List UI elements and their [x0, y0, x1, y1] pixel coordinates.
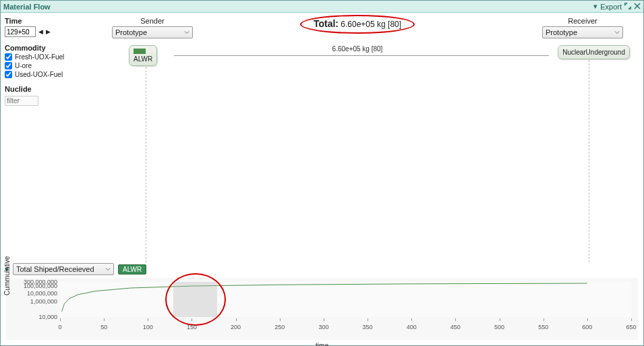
- commodity-item[interactable]: U-ore: [5, 62, 67, 69]
- receiver-group-select[interactable]: Prototype: [542, 26, 623, 38]
- chevron-down-icon: [184, 30, 189, 35]
- commodity-item[interactable]: Fresh-UOX-Fuel: [5, 53, 67, 61]
- chart-xtick: 450: [450, 324, 461, 330]
- sender-group-value: Prototype: [115, 28, 147, 36]
- commodity-label: Used-UOX-Fuel: [15, 71, 63, 78]
- metric-select-value: Total Shiped/Receieved: [16, 265, 94, 273]
- chart-xlabel: time: [316, 342, 328, 346]
- commodity-label: U-ore: [15, 62, 32, 69]
- chevron-down-icon: [614, 30, 620, 35]
- receiver-group-value: Prototype: [546, 28, 577, 36]
- chart-ytick: 10,000,000: [16, 290, 57, 297]
- time-next-icon[interactable]: ▶: [46, 28, 51, 35]
- commodity-checkbox[interactable]: [5, 62, 12, 69]
- chart-xtick: 400: [407, 324, 417, 330]
- node-quantity-bar: [134, 49, 146, 54]
- maximize-icon[interactable]: [624, 3, 631, 11]
- time-input[interactable]: [5, 26, 36, 37]
- export-button[interactable]: Export: [600, 3, 622, 11]
- receiver-axis-line: [589, 53, 589, 262]
- panel-title: Material Flow: [3, 3, 51, 11]
- sender-node[interactable]: ALWR: [129, 45, 157, 66]
- chart-xtick: 350: [363, 324, 373, 330]
- chart-xtick: 600: [582, 324, 592, 330]
- chart-plot-area[interactable]: [60, 282, 631, 317]
- sender-label: Sender: [140, 17, 164, 25]
- commodity-label: Fresh-UOX-Fuel: [15, 53, 64, 61]
- commodity-label: Commodity: [5, 44, 67, 52]
- nuclide-label: Nuclide: [5, 85, 67, 93]
- flow-edge[interactable]: [174, 55, 549, 56]
- nuclide-filter-input[interactable]: [5, 96, 38, 106]
- receiver-node[interactable]: NuclearUnderground: [558, 45, 630, 59]
- chart-series-line: [62, 283, 587, 312]
- chart-xtick: 500: [494, 324, 504, 330]
- total-value: 6.60e+05 kg [80]: [341, 20, 401, 29]
- chart-xtick: 550: [538, 324, 548, 330]
- sender-group-select[interactable]: Prototype: [112, 26, 193, 38]
- sender-axis-line: [146, 53, 146, 262]
- panel-titlebar: Material Flow ▾ Export: [1, 1, 643, 13]
- time-brush[interactable]: [173, 282, 217, 317]
- chart-xtick: 150: [187, 324, 197, 330]
- sidebar: Time ◀ ▶ Commodity Fresh-UOX-FuelU-oreUs…: [1, 13, 71, 262]
- time-prev-icon[interactable]: ◀: [38, 28, 43, 35]
- flow-total: Total: 6.60e+05 kg [80]: [314, 18, 401, 29]
- cumulative-chart[interactable]: Cummulative 10,0001,000,00010,000,000100…: [6, 278, 638, 340]
- close-icon[interactable]: [634, 3, 641, 11]
- timeline-panel: ▾ Total Shiped/Receieved ALWR Cummulativ…: [5, 263, 639, 343]
- collapse-icon[interactable]: ▾: [593, 2, 597, 11]
- chart-xtick: 100: [143, 324, 153, 330]
- time-label: Time: [5, 17, 67, 25]
- receiver-node-label: NuclearUnderground: [562, 49, 625, 56]
- metric-select[interactable]: Total Shiped/Receieved: [13, 263, 114, 275]
- commodity-item[interactable]: Used-UOX-Fuel: [5, 71, 67, 78]
- commodity-checkbox[interactable]: [5, 71, 12, 78]
- total-label: Total:: [314, 18, 339, 29]
- chart-xtick: 250: [274, 324, 285, 330]
- chart-ylabel: Cummulative: [3, 256, 11, 295]
- flow-canvas: Sender Prototype Total: 6.60e+05 kg [80]…: [71, 13, 643, 262]
- flow-edge-label: 6.60e+05 kg [80]: [332, 45, 383, 53]
- chart-xtick: 650: [626, 324, 636, 330]
- chart-xtick: 50: [100, 324, 107, 330]
- commodity-checkbox[interactable]: [5, 53, 12, 61]
- receiver-label: Receiver: [568, 17, 597, 25]
- chevron-down-icon: [105, 266, 111, 272]
- chart-xtick: 200: [231, 324, 241, 330]
- chart-xtick: 300: [318, 324, 328, 330]
- chart-ytick: 1,000,000: [16, 298, 57, 305]
- chart-ytick: 10,000: [16, 314, 57, 320]
- chart-ytick: 300,000,000: [16, 279, 57, 285]
- sender-node-label: ALWR: [134, 55, 152, 63]
- chart-xtick: 0: [58, 324, 61, 330]
- series-tag[interactable]: ALWR: [118, 264, 146, 275]
